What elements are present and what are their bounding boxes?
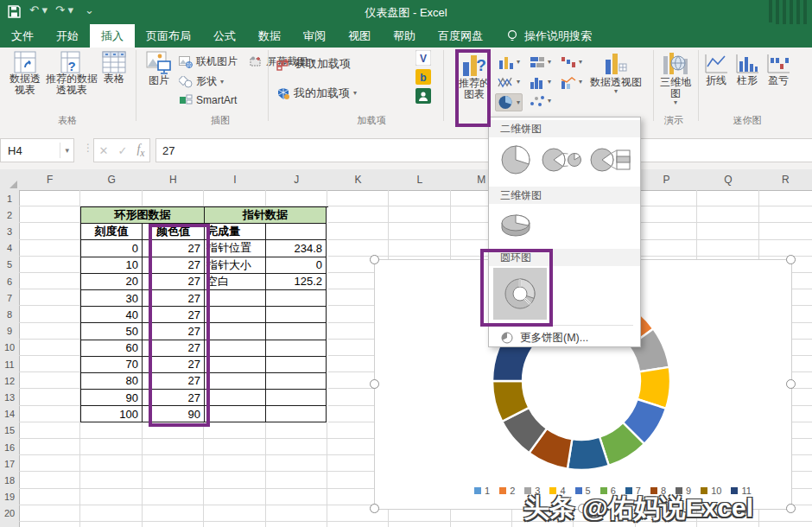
online-pictures-button[interactable]: 联机图片 xyxy=(179,54,238,69)
tab-审阅[interactable]: 审阅 xyxy=(292,24,337,48)
table-cell[interactable]: 完成量 xyxy=(205,224,266,240)
table-cell[interactable]: 100 xyxy=(81,406,143,422)
tab-页面布局[interactable]: 页面布局 xyxy=(135,24,202,48)
row-header-3[interactable]: 3 xyxy=(0,223,20,240)
table-cell[interactable] xyxy=(205,390,266,406)
table-cell[interactable]: 234.8 xyxy=(266,240,327,257)
table-cell[interactable] xyxy=(266,290,327,307)
table-cell[interactable] xyxy=(266,224,327,240)
table-cell[interactable]: 20 xyxy=(81,274,143,290)
cancel-icon[interactable]: ✕ xyxy=(99,144,109,157)
pivottable-button[interactable]: 数据透视表 xyxy=(5,51,45,96)
bar-of-pie-option[interactable] xyxy=(589,140,634,180)
chart-resize-handle[interactable] xyxy=(786,379,796,389)
more-pie-charts-item[interactable]: 更多饼图(M)... xyxy=(489,327,640,348)
table-cell[interactable]: 90 xyxy=(81,390,143,406)
legend-item-2[interactable]: 2 xyxy=(499,486,515,496)
pie-chart-button[interactable]: ▾ xyxy=(495,93,523,111)
table-cell[interactable] xyxy=(266,390,327,406)
bar-chart-button[interactable]: ▾ xyxy=(527,54,553,70)
insert-function-icon[interactable]: fx xyxy=(136,143,144,159)
tab-插入[interactable]: 插入 xyxy=(90,24,135,48)
select-all-corner[interactable] xyxy=(0,169,20,191)
sparkline-winloss-button[interactable]: 盈亏 xyxy=(764,53,793,86)
table-cell[interactable] xyxy=(266,340,327,357)
row-header-10[interactable]: 10 xyxy=(0,340,20,357)
row-header-7[interactable]: 7 xyxy=(0,289,20,307)
table-cell[interactable]: 10 xyxy=(81,257,143,274)
table-cell[interactable]: 80 xyxy=(81,373,143,390)
name-box-dropdown-icon[interactable]: ▾ xyxy=(60,143,73,158)
row-header-1[interactable]: 1 xyxy=(0,190,20,207)
table-cell[interactable] xyxy=(205,373,266,390)
column-chart-button[interactable]: ▾ xyxy=(496,54,522,70)
column-header-L[interactable]: L xyxy=(389,169,451,191)
table-cell[interactable] xyxy=(205,307,266,323)
row-header-20[interactable]: 20 xyxy=(0,505,20,523)
column-header-H[interactable]: H xyxy=(143,169,205,191)
table-cell[interactable] xyxy=(205,290,266,307)
pie-2d-option[interactable] xyxy=(496,140,536,180)
row-header-8[interactable]: 8 xyxy=(0,306,20,323)
table-cell[interactable] xyxy=(266,357,327,373)
name-box[interactable]: H4 ▾ xyxy=(0,138,74,162)
row-header-11[interactable]: 11 xyxy=(0,356,20,373)
pie-of-pie-option[interactable] xyxy=(541,140,584,180)
sparkline-column-button[interactable]: 柱形 xyxy=(733,53,762,86)
row-header-12[interactable]: 12 xyxy=(0,372,20,390)
table-cell[interactable]: 70 xyxy=(81,357,143,373)
table-cell[interactable]: 指针位置 xyxy=(205,240,266,257)
tab-数据[interactable]: 数据 xyxy=(247,24,292,48)
table-cell[interactable] xyxy=(205,357,266,373)
addin-shortcut-people-icon[interactable] xyxy=(416,88,431,107)
chart-resize-handle[interactable] xyxy=(370,255,379,264)
table-cell[interactable]: 环形图数据 xyxy=(81,207,205,224)
row-header-16[interactable]: 16 xyxy=(0,439,20,456)
recommended-pivottables-button[interactable]: ? 推荐的数据透视表 xyxy=(45,51,98,96)
sparkline-line-button[interactable]: 折线 xyxy=(701,53,731,86)
table-button[interactable]: 表格 xyxy=(97,51,131,85)
chart-resize-handle[interactable] xyxy=(370,379,379,389)
table-cell[interactable] xyxy=(266,307,327,323)
enter-icon[interactable]: ✓ xyxy=(117,144,127,157)
row-header-5[interactable]: 5 xyxy=(0,257,20,274)
column-header-P[interactable]: P xyxy=(636,169,698,191)
column-header-Q[interactable]: Q xyxy=(697,169,759,191)
formula-input[interactable]: 27 xyxy=(155,138,812,162)
table-cell[interactable]: 空白 xyxy=(205,274,266,290)
pictures-button[interactable]: 图片 xyxy=(141,51,177,86)
table-cell[interactable]: 指针大小 xyxy=(205,257,266,274)
tab-公式[interactable]: 公式 xyxy=(202,24,247,48)
addin-shortcut-visio-icon[interactable]: V xyxy=(416,50,431,69)
histogram-chart-button[interactable]: ▾ xyxy=(527,74,553,90)
legend-item-1[interactable]: 1 xyxy=(474,486,490,496)
row-header-9[interactable]: 9 xyxy=(0,323,20,340)
tab-开始[interactable]: 开始 xyxy=(45,24,90,48)
column-header-R[interactable]: R xyxy=(759,169,812,191)
table-cell[interactable] xyxy=(205,406,266,422)
3d-map-button[interactable]: 三维地图 ▾ xyxy=(657,51,695,106)
table-cell[interactable] xyxy=(205,323,266,340)
column-header-K[interactable]: K xyxy=(327,169,390,191)
table-cell[interactable]: 125.2 xyxy=(266,274,327,290)
tab-文件[interactable]: 文件 xyxy=(0,24,45,48)
scatter-chart-button[interactable]: ▾ xyxy=(527,93,553,109)
my-addins-button[interactable]: 我的加载项 ▾ xyxy=(276,86,357,101)
table-cell[interactable] xyxy=(266,373,327,390)
row-header-2[interactable]: 2 xyxy=(0,206,20,224)
get-addins-button[interactable]: 获取加载项 xyxy=(276,56,351,72)
tab-视图[interactable]: 视图 xyxy=(337,24,382,48)
table-cell[interactable]: 刻度值 xyxy=(81,224,143,240)
row-header-14[interactable]: 14 xyxy=(0,406,20,423)
table-cell[interactable]: 0 xyxy=(266,257,327,274)
table-cell[interactable]: 0 xyxy=(81,240,143,257)
table-cell[interactable] xyxy=(266,323,327,340)
line-chart-button[interactable]: ▾ xyxy=(496,74,522,90)
waterfall-chart-button[interactable]: ▾ xyxy=(558,54,584,70)
column-header-J[interactable]: J xyxy=(266,169,328,191)
table-cell[interactable]: 40 xyxy=(81,307,143,323)
chart-resize-handle[interactable] xyxy=(370,504,379,513)
tab-百度网盘[interactable]: 百度网盘 xyxy=(427,24,494,48)
row-header-4[interactable]: 4 xyxy=(0,240,20,257)
combo-chart-button[interactable]: ▾ xyxy=(558,74,584,90)
